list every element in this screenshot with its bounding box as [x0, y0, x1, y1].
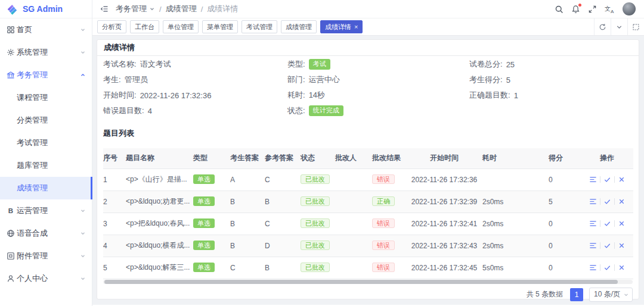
sidebar-item-profile[interactable]: 个人中心 [0, 267, 92, 290]
sidebar-item-speech[interactable]: 语音合成 [0, 222, 92, 245]
approve-icon[interactable] [603, 198, 611, 205]
notification-bell-icon[interactable] [571, 5, 580, 14]
field-value: 25 [506, 60, 515, 69]
tabs: 分析页工作台单位管理菜单管理考试管理成绩管理成绩详情× [92, 18, 594, 35]
cell-grader [335, 257, 372, 279]
cell-student-answer: B [230, 213, 265, 235]
cell-type: 单选 [193, 213, 230, 235]
view-detail-icon[interactable] [589, 198, 597, 205]
pagination-page-1[interactable]: 1 [570, 288, 583, 301]
breadcrumb-item[interactable]: 成绩管理 [166, 4, 197, 14]
delete-icon[interactable] [618, 176, 626, 183]
cell-result: 错误 [372, 257, 406, 279]
tab-分析页[interactable]: 分析页 [97, 20, 126, 33]
tab-菜单管理[interactable]: 菜单管理 [202, 20, 238, 33]
field-label: 试卷总分: [469, 59, 503, 70]
cell-type: 单选 [193, 191, 230, 213]
fullscreen-icon[interactable] [588, 5, 597, 14]
pagination: 共 5 条数据 1 10 条/页 [103, 288, 633, 302]
horizontal-scrollbar[interactable] [103, 280, 633, 284]
view-detail-icon[interactable] [589, 220, 597, 227]
field-label: 状态: [287, 105, 305, 116]
question-row: 5<p>&ldquo;解落三...单选CB已批改错误2022-11-26 17:… [103, 257, 633, 279]
sidebar-item-operation[interactable]: B运营管理 [0, 199, 92, 222]
view-detail-icon[interactable] [589, 242, 597, 249]
sidebar-item-category[interactable]: 分类管理 [0, 109, 92, 132]
cell-start-time: 2022-11-26 17:32:41 [406, 213, 482, 235]
question-row: 1<p>《山行》是描...单选AC已批改错误2022-11-26 17:32:3… [103, 168, 633, 191]
cell-no: 3 [103, 213, 126, 235]
cell-duration: 2s0ms [482, 235, 540, 257]
tab-单位管理[interactable]: 单位管理 [163, 20, 199, 33]
avatar[interactable] [623, 2, 636, 15]
tab-成绩详情[interactable]: 成绩详情× [320, 20, 363, 33]
sidebar-menu: 首页系统管理考务管理课程管理分类管理考试管理题库管理成绩管理B运营管理语音合成附… [0, 18, 92, 290]
tabs-actions [594, 18, 644, 35]
tab-close-icon[interactable]: × [354, 23, 358, 30]
refresh-icon[interactable] [594, 18, 611, 35]
field-label: 正确题目数: [469, 90, 510, 101]
breadcrumb-item: 成绩详情 [207, 4, 238, 14]
approve-icon[interactable] [603, 176, 611, 183]
tab-考试管理[interactable]: 考试管理 [242, 20, 277, 33]
sidebar-item-attachment[interactable]: 附件管理 [0, 245, 92, 267]
sidebar-collapse-icon[interactable] [100, 5, 109, 13]
approve-icon[interactable] [603, 264, 611, 271]
brand-name: SG Admin [23, 4, 63, 14]
sidebar-item-course[interactable]: 课程管理 [0, 86, 92, 109]
globe-icon [7, 229, 15, 238]
view-detail-icon[interactable] [589, 176, 597, 183]
content: 成绩详情 考试名称:语文考试类型:考试试卷总分:25考生:管理员部门:运营中心考… [92, 36, 644, 305]
svg-text:文: 文 [605, 5, 611, 12]
divider [600, 242, 600, 249]
detail-fields: 考试名称:语文考试类型:考试试卷总分:25考生:管理员部门:运营中心考生得分:5… [103, 56, 633, 118]
tabs-menu-chevron-icon[interactable] [611, 18, 627, 35]
divider [614, 176, 615, 183]
sidebar-item-home[interactable]: 首页 [0, 18, 92, 41]
grid-icon [7, 26, 15, 34]
scrollbar-thumb[interactable] [104, 280, 618, 284]
cell-score: 5 [540, 191, 581, 213]
cell-status: 已批改 [301, 235, 335, 257]
field-label: 部门: [287, 74, 305, 85]
cell-grader [335, 235, 372, 257]
sidebar-item-question-bank[interactable]: 题库管理 [0, 154, 92, 177]
delete-icon[interactable] [618, 198, 626, 205]
cell-student-answer: B [230, 235, 265, 257]
svg-text:A: A [611, 9, 614, 14]
cell-status: 已批改 [301, 168, 335, 191]
cell-result: 错误 [372, 213, 406, 235]
brand[interactable]: SG Admin [0, 0, 92, 18]
search-icon[interactable] [555, 5, 564, 14]
attachment-icon [7, 252, 15, 260]
chevron-up-icon [80, 72, 86, 78]
sidebar-item-exam-affairs[interactable]: 考务管理 [0, 64, 92, 86]
page-size-select[interactable]: 10 条/页 [589, 288, 633, 302]
cell-start-time: 2022-11-26 17:32:45 [406, 257, 482, 279]
detail-field: 状态:统计完成 [287, 105, 469, 116]
breadcrumb-separator: / [159, 5, 162, 14]
delete-icon[interactable] [618, 264, 626, 271]
expand-view-icon[interactable] [627, 18, 644, 35]
tab-成绩管理[interactable]: 成绩管理 [281, 20, 317, 33]
cell-grader [335, 168, 372, 191]
delete-icon[interactable] [618, 242, 626, 249]
field-value: 1 [514, 91, 518, 100]
sidebar-item-system[interactable]: 系统管理 [0, 41, 92, 64]
sidebar-item-score[interactable]: 成绩管理 [0, 177, 92, 199]
field-label: 开始时间: [103, 90, 137, 101]
brand-logo-icon [7, 3, 18, 15]
result-badge: 正确 [372, 196, 395, 206]
view-detail-icon[interactable] [589, 264, 597, 271]
sidebar-item-exam[interactable]: 考试管理 [0, 132, 92, 154]
field-label: 错误题目数: [103, 105, 144, 116]
approve-icon[interactable] [603, 220, 611, 227]
tab-工作台[interactable]: 工作台 [130, 20, 159, 33]
breadcrumb-item[interactable]: 考务管理 [116, 4, 155, 14]
app: SG Admin 首页系统管理考务管理课程管理分类管理考试管理题库管理成绩管理B… [0, 0, 644, 306]
language-switch-icon[interactable]: 文A [605, 5, 615, 14]
approve-icon[interactable] [603, 242, 611, 249]
chevron-down-icon [80, 49, 86, 55]
delete-icon[interactable] [618, 220, 626, 227]
cell-question-name: <p>把&ldquo;春风... [126, 213, 193, 235]
